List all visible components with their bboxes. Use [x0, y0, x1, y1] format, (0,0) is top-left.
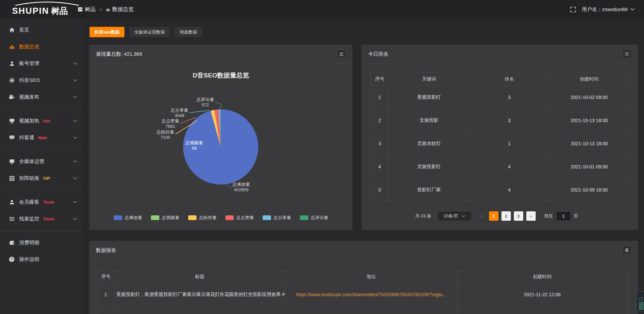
- daily-view-button[interactable]: 日: [623, 50, 631, 58]
- page-button-2[interactable]: 2: [501, 211, 511, 221]
- cell-index: 2: [371, 109, 389, 132]
- sidebar-item-线索监控[interactable]: 线索监控Tools: [0, 210, 82, 227]
- legend-item-总粉丝量[interactable]: 总粉丝量: [188, 215, 217, 221]
- breadcrumb-current[interactable]: 数据总览: [106, 6, 134, 13]
- tab-全媒体运营数据[interactable]: 全媒体运营数据: [129, 27, 170, 37]
- prev-page-button[interactable]: ‹: [478, 213, 486, 219]
- logo-text-en: SHUPIN: [12, 6, 49, 16]
- tab-询盘数据[interactable]: 询盘数据: [174, 27, 202, 37]
- content-area: 抖音seo数据全媒体运营数据询盘数据 展现量总数: 421,369 总 D音SE…: [82, 19, 644, 314]
- monitor-icon: [9, 158, 15, 164]
- cell-time: 2021-10-13 18:00: [549, 132, 629, 155]
- sidebar-item-数据总览[interactable]: 数据总览: [0, 38, 82, 55]
- top-header: SHUPIN 树品 树品 > 数据总览 用户名：zswodun88: [0, 0, 644, 19]
- column-header: 创建时间: [457, 270, 628, 283]
- cell-keyword: 景观投影灯: [389, 86, 470, 109]
- column-header: 序号: [371, 72, 389, 86]
- next-page-button[interactable]: ›: [526, 211, 536, 221]
- cell-title: 景观投影灯，夜游景观投影灯厂家展示展示落花灯在花园里的灯光投影应用效果 #: [114, 283, 285, 306]
- chevron-down-icon: [73, 96, 77, 98]
- legend-item-总播放量[interactable]: 总播放量: [114, 215, 142, 221]
- legend-swatch: [300, 215, 308, 220]
- sidebar-item-消费明细[interactable]: 消费明细: [0, 234, 82, 251]
- cell-index: 5: [371, 178, 389, 202]
- sidebar-divider: [0, 149, 82, 150]
- logo-text-cn: 树品: [51, 5, 68, 16]
- total-view-button[interactable]: 总: [337, 50, 346, 58]
- sidebar-item-label: 消费明细: [19, 240, 39, 246]
- chevron-down-icon: [73, 137, 77, 139]
- sidebar-item-矩阵助推[interactable]: 矩阵助推VIP: [0, 170, 82, 187]
- app-root: SHUPIN 树品 树品 > 数据总览 用户名：zswodun88: [0, 0, 644, 314]
- sidebar-item-label: 抖音SEO: [19, 77, 40, 84]
- legend-item-总视频量[interactable]: 总视频量: [151, 215, 179, 221]
- column-header: 关键词: [389, 72, 470, 86]
- pie-chart: D音SEO数据量总览 总播放量402909总视频量58总粉丝量7100总点赞量7…: [89, 64, 353, 230]
- sidebar-item-抖音SEO[interactable]: 抖音SEO: [0, 72, 82, 89]
- sidebar-item-首页[interactable]: 首页: [0, 21, 82, 38]
- cell-rank: 3: [470, 86, 549, 109]
- bar-chart-icon: [106, 7, 110, 12]
- table-row: 1 景观投影灯 3 2021-10-02 09:00: [371, 86, 629, 109]
- goto-page: 前往 页: [544, 211, 578, 221]
- sidebar-item-操作说明[interactable]: ?操作说明: [0, 251, 82, 268]
- ranking-panel-header: 今日排名 日: [362, 45, 638, 64]
- floating-widget[interactable]: [636, 291, 644, 312]
- video-link[interactable]: https://www.iesdouyin.com/share/video/70…: [296, 292, 446, 297]
- legend-swatch: [114, 215, 122, 220]
- cell-time: 2021-11-22 12:08: [457, 283, 628, 306]
- pie-label-总分享量: 总分享量3049: [171, 108, 188, 118]
- report-table: 序号标题地址创建时间 1 景观投影灯，夜游景观投影灯厂家展示展示落花灯在花园里的…: [97, 270, 628, 314]
- cell-index: 4: [371, 155, 389, 178]
- breadcrumb-current-label: 数据总览: [112, 6, 134, 13]
- pie-label-总粉丝量: 总粉丝量7100: [157, 129, 174, 140]
- legend-item-总分享量[interactable]: 总分享量: [263, 215, 291, 221]
- sidebar-item-label: 操作说明: [19, 256, 39, 263]
- pie-label-总视频量: 总视频量58: [177, 140, 211, 151]
- table-view-button[interactable]: 表: [623, 246, 631, 255]
- legend-item-总评论量[interactable]: 总评论量: [300, 215, 328, 221]
- ranking-table: 序号关键词排名创建时间 1 景观投影灯 3 2021-10-02 09:00 2…: [371, 72, 629, 202]
- data-tabs: 抖音seo数据全媒体运营数据询盘数据: [90, 27, 202, 37]
- impressions-total-label: 展现量总数: 421,369: [96, 51, 337, 57]
- cell-time: 2021-10-13 18:00: [549, 109, 629, 132]
- chevron-down-icon: [73, 177, 77, 179]
- report-panel-title: 数据报表: [96, 247, 623, 254]
- user-menu[interactable]: 用户名：zswodun88: [582, 6, 635, 13]
- sidebar-item-会员爆客[interactable]: 会员爆客Tools: [0, 194, 82, 210]
- grid-icon: [9, 175, 15, 181]
- gear-icon: [9, 77, 15, 83]
- logo[interactable]: SHUPIN 树品: [12, 1, 86, 16]
- app-square-icon: [78, 7, 83, 12]
- goto-suffix: 页: [574, 213, 578, 219]
- sidebar-item-账号管理[interactable]: 账号管理: [0, 55, 82, 72]
- goto-page-input[interactable]: [556, 211, 571, 221]
- table-row: 1 景观投影灯，夜游景观投影灯厂家展示展示落花灯在花园里的灯光投影应用效果 # …: [98, 283, 628, 306]
- cell-index: 1: [98, 283, 114, 306]
- page-button-3[interactable]: 3: [514, 211, 523, 221]
- cell-rank: 4: [470, 155, 549, 178]
- page-size-value: 10条/页: [443, 213, 458, 219]
- cell-keyword: 投影灯厂家: [389, 178, 470, 202]
- sidebar-item-抖客通[interactable]: 抖客通New: [0, 129, 82, 146]
- page-size-select[interactable]: 10条/页: [437, 211, 472, 221]
- cell-keyword: 文旅投影: [389, 109, 470, 132]
- tab-抖音seo数据[interactable]: 抖音seo数据: [90, 27, 124, 37]
- sidebar-item-视频加热[interactable]: 视频加热Hot: [0, 112, 82, 129]
- page-button-1[interactable]: 1: [489, 211, 498, 221]
- sidebar-item-全媒体运营[interactable]: 全媒体运营: [0, 153, 82, 170]
- chat-icon: [9, 135, 15, 141]
- sidebar-item-label: 首页: [19, 27, 29, 33]
- cell-url: https://www.iesdouyin.com/share/video/70…: [285, 283, 457, 306]
- breadcrumb-root[interactable]: 树品: [78, 6, 96, 13]
- cell-index: 3: [371, 132, 389, 155]
- sidebar-item-label: 抖客通: [19, 135, 34, 141]
- sliders-icon: [9, 216, 15, 222]
- fullscreen-icon[interactable]: [570, 7, 576, 12]
- legend-item-总点赞量[interactable]: 总点赞量: [225, 215, 254, 221]
- chevron-down-icon: [73, 201, 77, 203]
- sidebar-item-视频发布[interactable]: 视频发布: [0, 89, 82, 105]
- chevron-down-icon: [73, 218, 77, 220]
- sidebar-item-label: 账号管理: [19, 60, 39, 67]
- cell-rank: 4: [470, 178, 549, 202]
